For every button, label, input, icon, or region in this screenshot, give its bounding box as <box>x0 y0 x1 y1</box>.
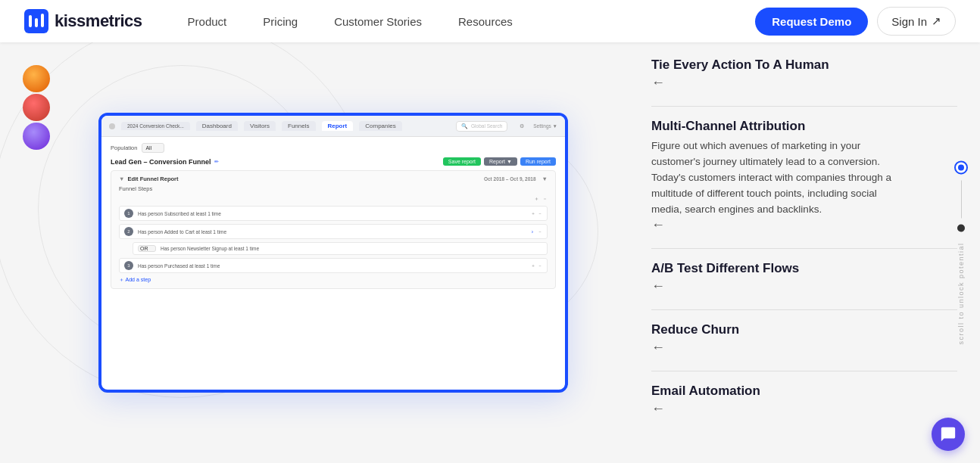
svg-rect-3 <box>41 14 44 27</box>
request-demo-button[interactable]: Request Demo <box>755 8 868 36</box>
right-panel: Tie Every Action To A Human ← Multi-Chan… <box>621 42 980 463</box>
left-panel: 2024 Conversion Check... Dashboard Visit… <box>0 42 621 463</box>
divider-2 <box>651 248 957 249</box>
mockup-title-bar: Lead Gen – Conversion Funnel ✏ Save repo… <box>111 157 556 166</box>
report-dropdown-button[interactable]: Report ▼ <box>484 157 517 166</box>
feature-description-2: Figure out which avenues of marketing in… <box>651 138 909 218</box>
steps-controls: ＋ － <box>119 196 548 203</box>
chat-widget[interactable] <box>932 418 965 451</box>
divider-3 <box>651 309 957 310</box>
feature-arrow-3: ← <box>651 279 957 293</box>
add-step-label: ＋ Add a step <box>119 276 151 284</box>
nav-actions: Request Demo Sign In ↗ <box>755 7 956 36</box>
navbar: kissmetrics Product Pricing Customer Sto… <box>0 0 980 42</box>
logo-text: kissmetrics <box>55 11 142 31</box>
mockup-tab-report[interactable]: Report <box>322 121 354 131</box>
decorative-orbs <box>23 65 50 150</box>
funnel-steps-label: Funnel Steps <box>119 185 548 192</box>
funnel-step-1: 1 Has person Subscribed at least 1 time … <box>119 206 548 221</box>
step-text-1: Has person Subscribed at least 1 time <box>138 211 526 216</box>
logo[interactable]: kissmetrics <box>24 9 142 33</box>
panel-collapse-icon: ▼ <box>119 176 124 182</box>
app-mockup: 2024 Conversion Check... Dashboard Visit… <box>98 113 568 393</box>
svg-rect-1 <box>29 15 32 27</box>
population-label: Population <box>111 144 137 151</box>
step-text-3: Has person Purchased at least 1 time <box>138 263 526 269</box>
mockup-search: 🔍 Global Search <box>456 121 507 132</box>
step-3-remove-icon[interactable]: － <box>538 263 542 269</box>
mockup-topbar: 2024 Conversion Check... Dashboard Visit… <box>101 116 565 137</box>
scroll-dot-filled <box>957 224 965 232</box>
sign-in-arrow-icon: ↗ <box>932 14 941 28</box>
mockup-body: Population All Lead Gen – Conversion Fun… <box>101 137 565 298</box>
scroll-indicator: scroll to unlock potential <box>954 160 968 344</box>
add-icon: ＋ <box>534 196 539 203</box>
search-icon: 🔍 <box>461 123 468 129</box>
sign-in-label: Sign In <box>891 15 927 28</box>
funnel-step-or: OR Has person Newsletter Signup at least… <box>133 242 548 255</box>
step-1-actions: ＋ － <box>531 210 542 217</box>
feature-title-1: Tie Every Action To A Human <box>651 57 957 73</box>
mockup-panel-header: ▼ Edit Funnel Report Oct 2018 – Oct 9, 2… <box>119 176 548 182</box>
step-text-or: Has person Newsletter Signup at least 1 … <box>161 246 542 251</box>
step-num-1: 1 <box>124 209 133 218</box>
panel-toggle-icon: ▼ <box>542 176 548 182</box>
add-step-button[interactable]: ＋ Add a step <box>119 276 548 284</box>
mockup-tab-visitors: Visitors <box>244 121 276 131</box>
feature-arrow-4: ← <box>651 340 957 354</box>
nav-customer-stories[interactable]: Customer Stories <box>334 15 422 28</box>
or-select[interactable]: OR <box>138 245 156 252</box>
svg-rect-2 <box>35 18 38 27</box>
step-3-add-icon[interactable]: ＋ <box>531 263 535 269</box>
run-report-button[interactable]: Run report <box>520 157 556 166</box>
nav-links: Product Pricing Customer Stories Resourc… <box>188 15 756 28</box>
mockup-dot-1 <box>109 123 115 129</box>
feature-arrow-1: ← <box>651 76 957 89</box>
mockup-report-title: Lead Gen – Conversion Funnel <box>111 158 211 166</box>
feature-ab-test[interactable]: A/B Test Different Flows ← <box>651 261 957 293</box>
scroll-dot-inner <box>958 164 964 170</box>
save-report-button[interactable]: Save report <box>443 157 481 166</box>
mockup-tab-workspace: 2024 Conversion Check... <box>121 122 190 130</box>
step-add-icon[interactable]: ＋ <box>531 210 535 217</box>
minus-icon: － <box>542 196 548 203</box>
step-num-2: 2 <box>124 227 133 236</box>
expand-icon[interactable]: › <box>532 229 533 235</box>
nav-product[interactable]: Product <box>188 15 227 28</box>
nav-pricing[interactable]: Pricing <box>263 15 298 28</box>
panel-title-text: Edit Funnel Report <box>127 176 178 182</box>
feature-email-automation[interactable]: Email Automation ← <box>651 384 957 415</box>
scroll-label: scroll to unlock potential <box>957 242 965 344</box>
orb-orange <box>23 65 50 92</box>
step-text-2: Has person Added to Cart at least 1 time <box>138 229 527 235</box>
feature-reduce-churn[interactable]: Reduce Churn ← <box>651 322 957 354</box>
sign-in-button[interactable]: Sign In ↗ <box>877 7 956 36</box>
step-2-remove-icon[interactable]: － <box>538 228 542 235</box>
mockup-action-buttons: Save report Report ▼ Run report <box>443 157 556 166</box>
edit-icon[interactable]: ✏ <box>214 159 219 165</box>
feature-title-5: Email Automation <box>651 384 957 399</box>
feature-arrow-5: ← <box>651 402 957 415</box>
feature-tie-every-action[interactable]: Tie Every Action To A Human ← <box>651 57 957 89</box>
funnel-step-2: 2 Has person Added to Cart at least 1 ti… <box>119 224 548 239</box>
nav-resources[interactable]: Resources <box>458 15 513 28</box>
divider-4 <box>651 371 957 371</box>
step-3-actions: ＋ － <box>531 263 542 269</box>
chat-icon <box>940 426 957 443</box>
mockup-settings: ⚙ <box>520 123 524 129</box>
logo-icon <box>24 9 48 33</box>
step-2-container: 2 Has person Added to Cart at least 1 ti… <box>119 224 548 255</box>
step-2-actions: － <box>538 228 542 235</box>
mockup-tab-companies: Companies <box>359 121 401 131</box>
mockup-help: Settings ▼ <box>533 123 557 129</box>
step-remove-icon[interactable]: － <box>538 210 542 217</box>
feature-arrow-2: ← <box>651 218 957 232</box>
population-select[interactable]: All <box>142 143 164 153</box>
scroll-line <box>961 180 962 218</box>
feature-multi-channel[interactable]: Multi-Channel Attribution Figure out whi… <box>651 119 957 232</box>
funnel-step-3: 3 Has person Purchased at least 1 time ＋… <box>119 258 548 273</box>
mockup-tab-funnels: Funnels <box>282 121 315 131</box>
mockup-tab-dashboard: Dashboard <box>196 121 238 131</box>
feature-title-4: Reduce Churn <box>651 322 957 337</box>
mockup-population-bar: Population All <box>111 143 556 153</box>
